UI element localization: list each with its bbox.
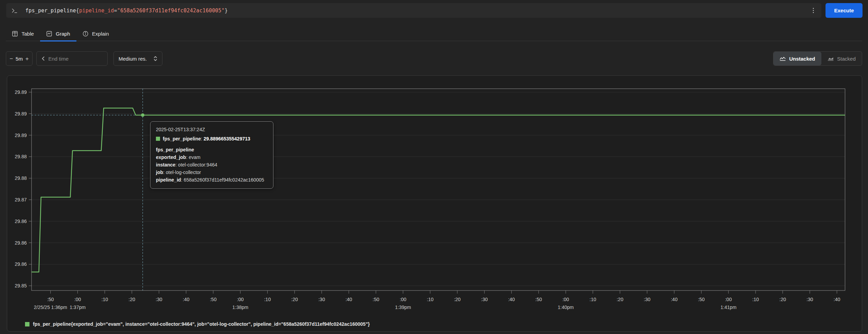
unstacked-line-icon	[780, 56, 786, 61]
x-tick-sublabel: 1:41pm	[720, 305, 736, 310]
series-color-swatch	[156, 137, 160, 141]
execute-button[interactable]: Execute	[826, 3, 863, 18]
y-tick-label: 29.87	[15, 197, 27, 202]
tab-graph-label: Graph	[56, 31, 70, 37]
query-metric-name: fps_per_pipeline	[25, 8, 76, 14]
resolution-select[interactable]: Medium res.	[113, 51, 162, 66]
tooltip-label-row: jobotel-log-collector	[156, 169, 268, 176]
stacked-label: Stacked	[837, 56, 856, 62]
x-tick-label: :00	[74, 297, 81, 302]
tooltip-label-row: pipeline_id658a5260f37d11ef94fc0242ac160…	[156, 176, 268, 184]
query-open-brace: {	[76, 8, 79, 14]
x-tick-label: :10	[589, 297, 596, 302]
x-tick-label: :40	[671, 297, 678, 302]
y-tick-label: 29.89	[15, 111, 27, 116]
y-tick-label: 29.86	[15, 240, 27, 246]
legend-color-swatch	[25, 322, 29, 326]
x-tick-label: :50	[47, 297, 54, 302]
x-tick-sublabel: 1:37pm	[70, 305, 86, 310]
end-time-control	[36, 51, 108, 66]
tooltip-timestamp: 2025-02-25T13:37:24Z	[156, 127, 268, 132]
x-tick-sublabel: 1:38pm	[232, 305, 248, 310]
x-tick-label: :20	[454, 297, 461, 302]
select-updown-icon	[154, 55, 157, 62]
x-tick-label: :50	[698, 297, 705, 302]
x-tick-label: :40	[345, 297, 352, 302]
hover-tooltip: 2025-02-25T13:37:24Z fps_per_pipeline29.…	[150, 121, 273, 189]
unstacked-label: Unstacked	[789, 56, 815, 62]
y-tick-label: 29.89	[15, 89, 27, 95]
x-tick-label: :10	[427, 297, 434, 302]
unstacked-option[interactable]: Unstacked	[773, 52, 821, 65]
query-options-kebab-icon[interactable]	[810, 6, 817, 15]
x-tick-label: :20	[616, 297, 623, 302]
info-icon	[83, 31, 88, 37]
range-value[interactable]: 5m	[16, 56, 23, 62]
x-tick-label: :40	[508, 297, 515, 302]
y-tick-label: 29.88	[15, 154, 27, 159]
x-tick-label: :50	[210, 297, 217, 302]
x-tick-sublabel: 2/25/25 1:36pm	[34, 305, 67, 310]
x-tick-label: :40	[183, 297, 190, 302]
x-tick-label: :10	[264, 297, 271, 302]
x-tick-label: :10	[752, 297, 759, 302]
tooltip-metric-name: fps_per_pipeline	[156, 146, 268, 153]
view-tabs: Table Graph Explain	[6, 27, 862, 41]
tooltip-series-value-row: fps_per_pipeline29.889665355429713	[156, 136, 268, 141]
graph-canvas[interactable]: 29.8929.8929.8929.8829.8829.8729.8629.86…	[7, 76, 862, 316]
resolution-value: Medium res.	[119, 56, 147, 62]
stacked-option[interactable]: Stacked	[821, 52, 862, 65]
x-tick-label: :00	[400, 297, 406, 302]
tooltip-label-row: instanceotel-collector:9464	[156, 161, 268, 169]
query-close-brace: }	[225, 8, 228, 14]
y-tick-label: 29.88	[15, 175, 27, 181]
stacking-toggle: Unstacked Stacked	[773, 51, 862, 66]
range-increase-button[interactable]: +	[25, 56, 29, 62]
query-label-name: pipeline_id	[79, 8, 114, 14]
y-tick-label: 29.86	[15, 219, 27, 224]
graph-toolbar: − 5m + Medium res. Unstacked Stacked	[6, 51, 862, 66]
hover-point-dot	[141, 113, 144, 117]
x-tick-label: :20	[129, 297, 135, 302]
legend-series-label: fps_per_pipeline{exported_job="evam", in…	[33, 321, 370, 327]
query-input[interactable]: fps_per_pipeline{pipeline_id="658a5260f3…	[6, 3, 821, 18]
query-expression[interactable]: fps_per_pipeline{pipeline_id="658a5260f3…	[25, 8, 228, 14]
x-tick-label: :20	[779, 297, 786, 302]
x-tick-label: :20	[291, 297, 298, 302]
x-tick-label: :30	[644, 297, 651, 302]
x-tick-label: :30	[481, 297, 488, 302]
range-decrease-button[interactable]: −	[10, 56, 13, 62]
legend-item[interactable]: fps_per_pipeline{exported_job="evam", in…	[25, 321, 370, 327]
x-tick-label: :00	[725, 297, 732, 302]
x-tick-label: :50	[372, 297, 379, 302]
end-time-back-button[interactable]	[41, 55, 46, 62]
query-row: fps_per_pipeline{pipeline_id="658a5260f3…	[6, 3, 863, 18]
x-tick-label: :00	[237, 297, 244, 302]
x-tick-label: :10	[101, 297, 108, 302]
chart-panel: 29.8929.8929.8929.8829.8829.8729.8629.86…	[7, 75, 862, 332]
x-tick-label: :30	[156, 297, 162, 302]
table-icon	[12, 31, 18, 37]
x-tick-label: :30	[806, 297, 813, 302]
tooltip-label-row: exported_jobevam	[156, 153, 268, 161]
promql-graph-screen: fps_per_pipeline{pipeline_id="658a5260f3…	[0, 0, 868, 334]
x-tick-label: :40	[834, 297, 841, 302]
stacked-area-icon	[828, 56, 834, 61]
end-time-input[interactable]	[46, 56, 119, 62]
plot-frame	[32, 89, 845, 290]
y-tick-label: 29.86	[15, 261, 27, 267]
tab-explain[interactable]: Explain	[76, 27, 115, 41]
graph-icon	[46, 31, 52, 37]
tab-table[interactable]: Table	[6, 27, 40, 41]
x-tick-label: :50	[535, 297, 542, 302]
y-tick-label: 29.85	[15, 283, 27, 288]
terminal-prompt-icon	[12, 8, 18, 13]
x-tick-label: :00	[562, 297, 569, 302]
query-operator: =	[114, 8, 117, 14]
y-tick-label: 29.89	[15, 133, 27, 138]
x-tick-sublabel: 1:39pm	[395, 305, 411, 310]
tab-explain-label: Explain	[92, 31, 109, 37]
tab-graph[interactable]: Graph	[40, 27, 76, 41]
tab-table-label: Table	[22, 31, 34, 37]
x-tick-sublabel: 1:40pm	[558, 305, 574, 310]
